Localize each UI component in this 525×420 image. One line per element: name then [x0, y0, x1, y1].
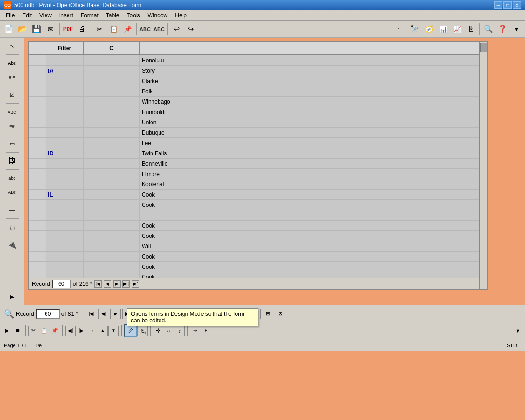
copy-btn[interactable]: 📋 [107, 23, 120, 36]
line-tool[interactable]: — [5, 203, 20, 216]
resize-height-btn[interactable]: ↕ [175, 326, 185, 336]
align-right-btn[interactable]: |▶ [76, 326, 86, 336]
data-btn[interactable]: 🗄 [464, 23, 478, 36]
bottom-arrow-tool[interactable]: ▶ [5, 290, 20, 303]
number-tool[interactable]: # # [5, 71, 20, 84]
menu-help[interactable]: Help [171, 11, 190, 20]
record-input[interactable] [52, 280, 71, 288]
table-row[interactable]: Polk [29, 86, 487, 97]
first-record-btn[interactable]: |◀ [94, 280, 102, 288]
text-tool[interactable]: Abc [5, 57, 20, 70]
redo-btn[interactable]: ↪ [184, 23, 197, 36]
checkbox-tool[interactable]: ☑ [5, 88, 20, 101]
save-btn[interactable]: 💾 [30, 23, 43, 36]
select-tool[interactable]: ↖ [5, 39, 20, 53]
move-btn[interactable]: ✛ [153, 326, 163, 336]
email-btn[interactable]: ✉ [44, 23, 57, 36]
add-field-btn[interactable]: + [201, 326, 211, 336]
prev-record-btn[interactable]: ◀ [104, 280, 111, 288]
v-scrollbar-thumb[interactable] [480, 43, 487, 52]
table-row[interactable]: Elmore [29, 169, 487, 179]
menu-tools[interactable]: Tools [123, 11, 144, 20]
expand-design-btn[interactable]: ▼ [513, 326, 523, 336]
cut-btn[interactable]: ✂ [93, 23, 106, 36]
table-row[interactable]: Winnebago [29, 97, 487, 107]
copy-design-btn[interactable]: 📋 [39, 326, 49, 336]
paste-design-btn[interactable]: 📌 [50, 326, 60, 336]
button-tool[interactable]: ▭ [5, 137, 20, 150]
menu-edit[interactable]: Edit [18, 11, 36, 20]
zoom-btn[interactable]: 🔍 [482, 23, 495, 36]
next-record-btn[interactable]: ▶ [113, 280, 121, 288]
hash-tool[interactable]: ## [5, 120, 20, 133]
menu-view[interactable]: View [36, 11, 55, 20]
apply-filter-btn[interactable]: ⊟ [263, 309, 273, 319]
minimize-button[interactable]: ─ [494, 1, 502, 9]
table-row[interactable]: IL Cook [29, 190, 487, 200]
v-scrollbar[interactable] [479, 42, 487, 289]
table-row[interactable]: Cook [29, 221, 487, 231]
menu-format[interactable]: Format [77, 11, 102, 20]
label-tool[interactable]: ABC [5, 106, 20, 119]
table-row[interactable]: Clarke [29, 76, 487, 86]
first-btn[interactable]: |◀ [86, 309, 96, 319]
autocorrect-btn[interactable]: ABC [152, 23, 166, 36]
data-col-header[interactable] [140, 42, 487, 54]
table-row[interactable]: Union [29, 117, 487, 128]
open-btn[interactable]: 📂 [16, 23, 29, 36]
menu-window[interactable]: Window [144, 11, 172, 20]
align-center-btn[interactable]: ↔ [87, 326, 97, 336]
prev-btn[interactable]: ◀ [98, 309, 108, 319]
resize-width-btn[interactable]: ↔ [164, 326, 174, 336]
report-btn[interactable]: 📈 [450, 23, 464, 36]
close-button[interactable]: ✕ [513, 1, 521, 9]
pdf-btn[interactable]: PDF [61, 23, 75, 36]
navigator-btn[interactable]: 🧭 [422, 23, 435, 36]
filter-col-header[interactable]: Filter [46, 42, 84, 54]
align-bottom-btn[interactable]: ▼ [108, 326, 119, 336]
stop-btn[interactable]: ⏹ [13, 326, 23, 336]
print-btn[interactable]: 🖨 [76, 23, 89, 36]
menu-file[interactable]: File [2, 11, 18, 20]
tab-order-btn[interactable]: ⇥ [190, 326, 200, 336]
new-btn[interactable]: 📄 [2, 23, 15, 36]
help-btn[interactable]: ❓ [496, 23, 509, 36]
remove-filter-btn[interactable]: ⊠ [275, 309, 285, 319]
form-btn[interactable]: 📊 [436, 23, 449, 36]
table-row[interactable]: ID Twin Falls [29, 148, 487, 159]
cut-design-btn[interactable]: ✂ [28, 326, 38, 336]
menu-insert[interactable]: Insert [55, 11, 77, 20]
expand-btn[interactable]: ▼ [510, 23, 523, 36]
table-row[interactable]: Cook [29, 200, 487, 210]
start-stop-btn[interactable]: ▶ [2, 326, 12, 336]
new-record-btn[interactable]: ▶* [132, 280, 139, 288]
db-manage-btn[interactable]: 🗃 [394, 23, 407, 36]
table-row[interactable]: Cook [29, 262, 487, 272]
undo-btn[interactable]: ↩ [170, 23, 183, 36]
table-row[interactable]: Dubuque [29, 128, 487, 138]
table-row[interactable]: Lee [29, 138, 487, 148]
menu-table[interactable]: Table [102, 11, 123, 20]
last-record-btn[interactable]: ▶| [122, 280, 130, 288]
table-row[interactable]: Kootenai [29, 179, 487, 190]
spell-btn[interactable]: ABC [138, 23, 152, 36]
db-field-tool[interactable]: 🔌 [5, 238, 20, 251]
table-row[interactable]: Will [29, 241, 487, 252]
align-left-btn[interactable]: ◀| [65, 326, 76, 336]
image-tool[interactable]: 🖼 [5, 154, 20, 168]
wizard-btn[interactable]: 🖱 ↘ [137, 326, 148, 336]
table-row[interactable]: Bonneville [29, 159, 487, 169]
table-row[interactable]: Humboldt [29, 107, 487, 117]
maximize-button[interactable]: □ [503, 1, 512, 9]
align-top-btn[interactable]: ▲ [98, 326, 108, 336]
table-row[interactable]: Honolulu [29, 55, 487, 66]
next-btn[interactable]: ▶ [110, 309, 121, 319]
bottom-record-input[interactable] [36, 309, 60, 319]
c-col-header[interactable]: C [84, 42, 140, 54]
table-row[interactable]: Cook [29, 231, 487, 241]
table-row[interactable]: IA Story [29, 66, 487, 76]
table-row[interactable] [29, 210, 487, 221]
container-tool[interactable]: ⬚ [5, 221, 20, 234]
table-row[interactable]: Cook [29, 252, 487, 262]
find-btn[interactable]: 🔭 [408, 23, 421, 36]
